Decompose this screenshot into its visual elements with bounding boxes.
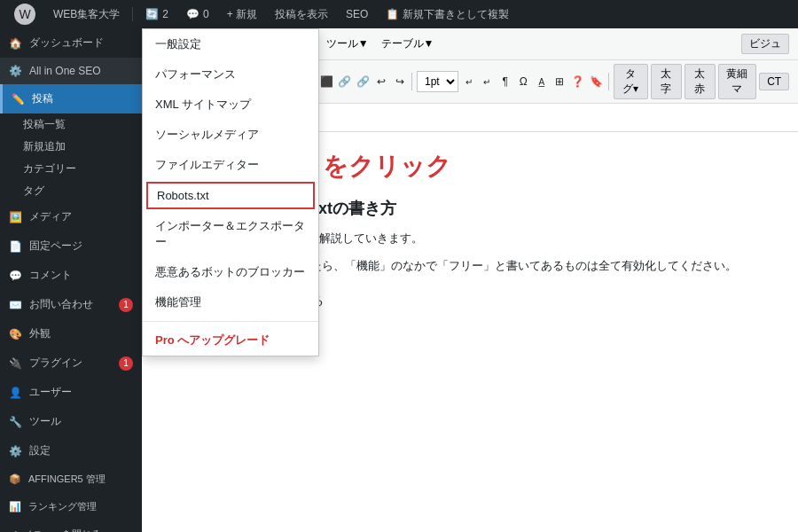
dropdown-item-robots-txt[interactable]: Robots.txt [146,182,315,209]
tag-dropdown-btn[interactable]: タグ▾ [614,64,648,99]
wp-layout: 🏠 ダッシュボード ⚙️ All in One SEO ✏️ 投稿 投稿一覧 新… [0,28,798,532]
dashboard-icon: 🏠 [9,37,22,50]
font-size-select[interactable]: 1pt [417,71,458,92]
pages-icon: 📄 [9,240,22,253]
comments-item[interactable]: 💬 0 [179,0,216,28]
toolbar-sep2 [608,73,609,90]
dropdown-item-bad-bots[interactable]: 悪意あるボットのブロッカー [143,257,318,287]
sidebar-item-comments[interactable]: 💬 コメント [0,261,142,290]
font-color-btn[interactable]: A [534,71,550,92]
sidebar-sub-new-post[interactable]: 新規追加 [0,136,142,158]
redo-btn[interactable]: ↪ [392,71,408,92]
affinger5-label: AFFINGER5 管理 [28,473,106,486]
sidebar-item-affinger5[interactable]: 📦 AFFINGER5 管理 [0,466,142,493]
dropdown-item-general[interactable]: 一般設定 [143,29,318,59]
dropdown-item-features[interactable]: 機能管理 [143,287,318,317]
sidebar-sub-tags[interactable]: タグ [0,180,142,202]
plugins-label: プラグイン [29,356,82,371]
update-count: 2 [162,8,168,20]
dropdown-item-social-media[interactable]: ソーシャルメディア [143,120,318,150]
dropdown-divider [143,321,318,322]
ct-btn[interactable]: CT [759,73,789,90]
plugins-icon: 🔌 [9,357,22,370]
bold-text-btn[interactable]: 太字 [651,64,682,99]
inquiry-icon: ✉️ [9,299,22,311]
view-posts-item[interactable]: 投稿を表示 [268,0,335,28]
duplicate-item[interactable]: 📋 新規下書きとして複製 [379,0,516,28]
sidebar-item-pages[interactable]: 📄 固定ページ [0,231,142,261]
seo-item[interactable]: SEO [339,0,375,28]
settings-icon: ⚙️ [9,445,22,458]
undo-btn[interactable]: ↩ [373,71,389,92]
visual-button[interactable]: ビジュ [741,34,789,54]
sidebar-item-inquiry[interactable]: ✉️ お問い合わせ 1 [0,290,142,319]
unlink-btn[interactable]: 🔗 [356,71,372,92]
align-right-btn[interactable]: ⬛ [319,71,335,92]
inquiry-badge: 1 [119,298,133,312]
sidebar-item-settings[interactable]: ⚙️ 設定 [0,436,142,466]
yellow-small-btn[interactable]: 黄細マ [718,64,756,99]
sidebar-sub-posts-list[interactable]: 投稿一覧 [0,113,142,136]
plugins-badge: 1 [119,356,133,371]
users-icon: 👤 [9,387,22,399]
ranking-label: ランキング管理 [28,500,97,513]
aio-seo-dropdown: 一般設定 パフォーマンス XML サイトマップ ソーシャルメディア ファイルエデ… [142,28,319,356]
comments-icon: 💬 [9,270,22,282]
dropdown-item-upgrade[interactable]: Pro へアップグレード [143,325,318,356]
update-icon: 🔄 [145,8,159,20]
sidebar-item-menu-close[interactable]: ◀ メニューを閉じる [0,520,142,532]
dropdown-item-importer[interactable]: インポーター＆エクスポーター [143,211,318,257]
sidebar-item-dashboard[interactable]: 🏠 ダッシュボード [0,28,142,58]
sidebar-item-appearance[interactable]: 🎨 外観 [0,319,142,348]
new-post-item[interactable]: + 新規 [220,0,264,28]
site-name: WEB集客大学 [53,7,120,22]
duplicate-icon: 📋 [386,8,399,20]
dropdown-item-file-editor[interactable]: ファイルエディター [143,150,318,180]
bookmark-btn[interactable]: 🔖 [589,71,605,92]
admin-bar: W WEB集客大学 🔄 2 💬 0 + 新規 投稿を表示 SEO 📋 新規下書き… [0,0,798,28]
dropdown-item-xml-sitemap[interactable]: XML サイトマップ [143,90,318,120]
sidebar-sub-categories[interactable]: カテゴリー [0,158,142,180]
sidebar-item-tools[interactable]: 🔧 ツール [0,407,142,436]
media-icon: 🖼️ [9,211,22,223]
comments-label: コメント [29,268,72,283]
separator1 [132,7,133,21]
wp-logo-item[interactable]: W [7,0,43,28]
updates-item[interactable]: 🔄 2 [138,0,176,28]
sidebar-item-aio-seo[interactable]: ⚙️ All in One SEO [0,58,142,84]
aio-icon: ⚙️ [9,65,22,77]
new-label: + 新規 [227,7,257,22]
help-btn[interactable]: ❓ [570,71,586,92]
special-char-btn[interactable]: Ω [516,71,532,92]
appearance-label: 外観 [29,326,51,341]
sidebar-item-plugins[interactable]: 🔌 プラグイン 1 [0,348,142,378]
comment-icon: 💬 [186,8,200,20]
inquiry-label: お問い合わせ [29,297,93,312]
view-posts-label: 投稿を表示 [275,7,328,22]
ranking-icon: 📊 [9,501,21,512]
posts-label: 投稿 [32,91,53,106]
posts-icon: ✏️ [12,93,25,106]
link-btn[interactable]: 🔗 [337,71,353,92]
tools-label: ツール▼ [326,36,369,51]
menu-close-icon: ◀ [9,528,16,532]
dropdown-item-performance[interactable]: パフォーマンス [143,59,318,90]
outdent-btn[interactable]: ↵ [479,71,495,92]
dashboard-label: ダッシュボード [29,35,104,51]
duplicate-label: 新規下書きとして複製 [403,7,509,22]
seo-label: SEO [346,8,368,20]
table-btn[interactable]: ⊞ [552,71,568,92]
indent-btn[interactable]: ↵ [461,71,477,92]
users-label: ユーザー [29,385,72,400]
pages-label: 固定ページ [29,239,82,254]
sidebar-item-media[interactable]: 🖼️ メディア [0,202,142,231]
site-name-item[interactable]: WEB集客大学 [46,0,127,28]
affinger5-icon: 📦 [9,473,21,485]
sidebar-item-users[interactable]: 👤 ユーザー [0,378,142,407]
settings-label: 設定 [29,443,51,458]
sidebar-item-ranking[interactable]: 📊 ランキング管理 [0,493,142,520]
tools-icon: 🔧 [9,416,22,428]
paragraph-btn[interactable]: ¶ [497,71,513,92]
bold-red-btn[interactable]: 太赤 [685,64,716,99]
sidebar-item-posts[interactable]: ✏️ 投稿 [0,84,142,113]
